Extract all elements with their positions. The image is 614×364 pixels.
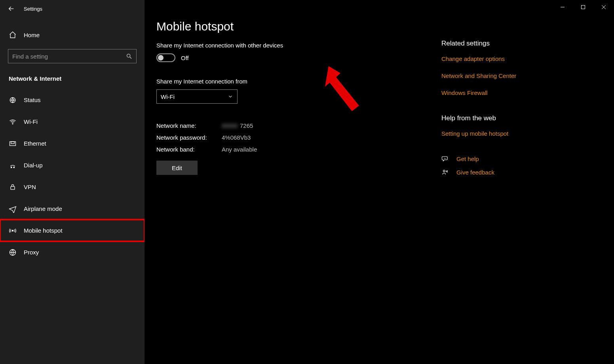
main: Mobile hotspot Share my Internet connect…	[144, 0, 614, 364]
vpn-icon	[9, 183, 17, 191]
link-setup-hotspot[interactable]: Setting up mobile hotspot	[441, 130, 580, 137]
toggle-knob	[158, 55, 163, 61]
help-icon	[441, 155, 449, 162]
related-settings-title: Related settings	[441, 40, 580, 47]
edit-button[interactable]: Edit	[156, 161, 198, 175]
proxy-icon	[9, 248, 17, 256]
search-icon	[126, 53, 132, 59]
sidebar-item-status[interactable]: Status	[0, 89, 144, 111]
sidebar-item-label: VPN	[24, 184, 36, 190]
sidebar-item-label: Airplane mode	[24, 205, 62, 212]
svg-rect-7	[11, 186, 15, 190]
sidebar-home-label: Home	[24, 32, 40, 38]
sidebar-item-wifi[interactable]: Wi-Fi	[0, 111, 144, 133]
close-button[interactable]	[593, 0, 614, 14]
network-name-label: Network name:	[156, 122, 222, 129]
sidebar-nav: Status Wi-Fi Ethernet Dial-up	[0, 89, 144, 263]
svg-point-6	[13, 167, 15, 168]
dialup-icon	[9, 161, 17, 169]
sidebar-category: Network & Internet	[0, 75, 144, 82]
network-name-value: 7265	[240, 122, 253, 129]
svg-rect-4	[11, 142, 14, 144]
network-password-label: Network password:	[156, 134, 222, 141]
minimize-button[interactable]	[552, 0, 573, 14]
svg-rect-10	[582, 6, 585, 9]
sidebar: Settings Home Netwo	[0, 0, 144, 364]
status-icon	[9, 96, 17, 104]
window-title: Settings	[24, 6, 42, 12]
sidebar-item-vpn[interactable]: VPN	[0, 176, 144, 198]
sidebar-item-label: Proxy	[24, 249, 39, 256]
sidebar-item-airplane[interactable]: Airplane mode	[0, 198, 144, 220]
chevron-down-icon	[228, 94, 233, 99]
home-icon	[9, 31, 17, 39]
share-connection-state: Off	[181, 55, 189, 61]
link-network-sharing[interactable]: Network and Sharing Center	[441, 72, 580, 79]
get-help-link[interactable]: Get help	[456, 155, 479, 162]
sidebar-item-label: Ethernet	[24, 140, 46, 147]
share-from-label: Share my Internet connection from	[156, 78, 430, 85]
svg-point-5	[11, 167, 12, 168]
search-input[interactable]	[12, 53, 126, 60]
help-web-title: Help from the web	[441, 114, 580, 122]
svg-point-11	[443, 170, 445, 172]
sidebar-home[interactable]: Home	[0, 25, 144, 44]
sidebar-item-label: Mobile hotspot	[24, 227, 63, 234]
titlebar: Settings	[0, 0, 144, 17]
network-band-label: Network band:	[156, 146, 222, 153]
airplane-icon	[9, 205, 17, 213]
share-connection-label: Share my Internet connection with other …	[156, 42, 430, 49]
back-button[interactable]	[6, 5, 14, 13]
give-feedback-link[interactable]: Give feedback	[456, 169, 494, 176]
sidebar-item-proxy[interactable]: Proxy	[0, 241, 144, 263]
maximize-button[interactable]	[573, 0, 593, 14]
network-password-value: 4%068Vb3	[222, 134, 251, 141]
wifi-icon	[9, 118, 17, 126]
share-from-dropdown[interactable]: Wi-Fi	[156, 89, 238, 104]
svg-point-8	[12, 230, 13, 231]
share-connection-toggle[interactable]	[156, 53, 175, 62]
sidebar-item-label: Wi-Fi	[24, 118, 38, 125]
sidebar-item-ethernet[interactable]: Ethernet	[0, 133, 144, 154]
link-windows-firewall[interactable]: Windows Firewall	[441, 89, 580, 96]
sidebar-item-label: Dial-up	[24, 162, 43, 169]
hotspot-icon	[9, 227, 17, 235]
svg-point-0	[127, 54, 130, 57]
feedback-icon	[441, 169, 449, 176]
sidebar-item-hotspot[interactable]: Mobile hotspot	[0, 220, 144, 241]
svg-point-2	[12, 123, 13, 124]
network-band-value: Any available	[222, 146, 257, 153]
network-name-prefix: XXXX	[222, 122, 238, 129]
search-box[interactable]	[8, 49, 137, 63]
sidebar-item-dialup[interactable]: Dial-up	[0, 154, 144, 176]
page-title: Mobile hotspot	[156, 20, 430, 33]
share-from-value: Wi-Fi	[161, 93, 175, 100]
arrow-left-icon	[6, 5, 14, 13]
sidebar-item-label: Status	[24, 97, 41, 103]
ethernet-icon	[9, 140, 17, 148]
window-controls	[552, 0, 614, 14]
link-change-adapter[interactable]: Change adapter options	[441, 55, 580, 62]
